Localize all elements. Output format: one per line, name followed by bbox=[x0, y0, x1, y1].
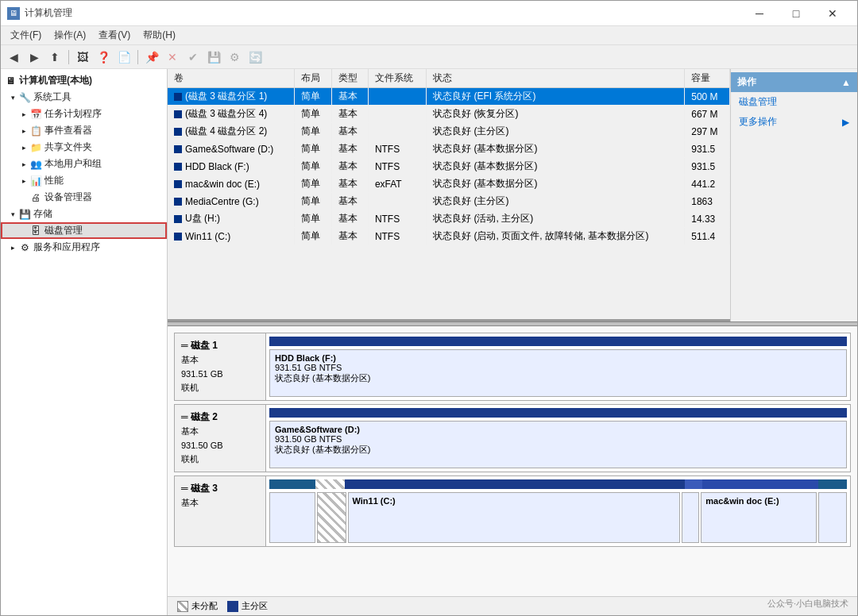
disk-3-block-row: Win11 (C:) mac&win doc (E:) bbox=[269, 492, 847, 543]
table-row[interactable]: HDD Black (F:) 简单 基本 NTFS 状态良好 (基本数据分区) … bbox=[168, 158, 730, 175]
col-header-type[interactable]: 类型 bbox=[331, 69, 368, 88]
help-button[interactable]: ❓ bbox=[94, 48, 113, 66]
disk-table-pane: 卷 布局 类型 文件系统 状态 容量 (磁盘 3 磁盘分区 1) 简单 bbox=[168, 69, 730, 321]
cell-vol: mac&win doc (E:) bbox=[168, 175, 295, 193]
disk-1-partition-block[interactable]: HDD Black (F:) 931.51 GB NTFS 状态良好 (基本数据… bbox=[269, 349, 847, 397]
window-icon: 🖥 bbox=[7, 7, 20, 20]
table-row[interactable]: Win11 (C:) 简单 基本 NTFS 状态良好 (启动, 页面文件, 故障… bbox=[168, 228, 730, 245]
cell-size: 931.5 bbox=[685, 141, 730, 158]
sidebar-item-task-scheduler[interactable]: ▸ 📅 任务计划程序 bbox=[1, 106, 167, 122]
cell-vol: HDD Black (F:) bbox=[168, 158, 295, 175]
watermark: 公众号·小白电脑技术 bbox=[767, 598, 848, 610]
cell-vol: MediaCentre (G:) bbox=[168, 193, 295, 210]
menu-action[interactable]: 操作(A) bbox=[48, 27, 92, 44]
maximize-button[interactable]: □ bbox=[778, 1, 814, 26]
folder-icon: 📁 bbox=[29, 141, 42, 154]
check-button[interactable]: ✔ bbox=[184, 48, 203, 66]
window-controls: ─ □ ✕ bbox=[741, 1, 851, 26]
sidebar-item-performance[interactable]: ▸ 📊 性能 bbox=[1, 172, 167, 189]
sidebar-item-shared-folders[interactable]: ▸ 📁 共享文件夹 bbox=[1, 139, 167, 156]
collapse-icon[interactable]: ▲ bbox=[841, 77, 851, 88]
cell-type: 基本 bbox=[331, 210, 368, 228]
refresh-button[interactable]: 🔄 bbox=[245, 48, 265, 66]
cell-fs bbox=[368, 193, 426, 210]
disk-3-bar-seg2 bbox=[315, 479, 344, 489]
cell-size: 441.2 bbox=[685, 175, 730, 193]
table-row[interactable]: MediaCentre (G:) 简单 基本 状态良好 (主分区) 1863 bbox=[168, 193, 730, 210]
cell-fs: NTFS bbox=[368, 158, 426, 175]
menu-view[interactable]: 查看(V) bbox=[92, 27, 137, 44]
table-row[interactable]: (磁盘 4 磁盘分区 2) 简单 基本 状态良好 (主分区) 297 M bbox=[168, 123, 730, 141]
legend-unallocated: 未分配 bbox=[177, 600, 218, 612]
col-header-status[interactable]: 状态 bbox=[427, 69, 685, 88]
cell-vol: (磁盘 3 磁盘分区 1) bbox=[168, 88, 295, 106]
chevron-right-icon: ▸ bbox=[18, 109, 29, 120]
sidebar-item-services[interactable]: ▸ ⚙ 服务和应用程序 bbox=[1, 239, 167, 256]
cell-layout: 简单 bbox=[295, 175, 331, 193]
menu-file[interactable]: 文件(F) bbox=[4, 27, 48, 44]
menu-help[interactable]: 帮助(H) bbox=[137, 27, 182, 44]
users-icon: 👥 bbox=[29, 158, 42, 171]
legend-bar: 未分配 主分区 bbox=[168, 596, 857, 615]
save-button[interactable]: 💾 bbox=[204, 48, 223, 66]
action-more[interactable]: 更多操作 ▶ bbox=[731, 112, 857, 132]
delete-button[interactable]: ✕ bbox=[163, 48, 182, 66]
perf-icon: 📊 bbox=[29, 175, 42, 187]
export-button[interactable]: 📄 bbox=[114, 48, 133, 66]
cell-fs: exFAT bbox=[368, 175, 426, 193]
cell-vol: U盘 (H:) bbox=[168, 210, 295, 228]
minimize-button[interactable]: ─ bbox=[741, 1, 778, 26]
forward-button[interactable]: ▶ bbox=[25, 48, 44, 66]
cell-size: 511.4 bbox=[685, 228, 730, 245]
properties-button[interactable]: ⚙ bbox=[225, 48, 244, 66]
back-button[interactable]: ◀ bbox=[4, 48, 23, 66]
table-row[interactable]: (磁盘 3 磁盘分区 1) 简单 基本 状态良好 (EFI 系统分区) 500 … bbox=[168, 88, 730, 106]
title-bar: 🖥 计算机管理 ─ □ ✕ bbox=[1, 1, 857, 26]
col-header-layout[interactable]: 布局 bbox=[295, 69, 331, 88]
disk-3-macdoc-block[interactable]: mac&win doc (E:) bbox=[701, 492, 816, 543]
cell-layout: 简单 bbox=[295, 106, 331, 123]
chevron-right-icon: ▸ bbox=[18, 159, 29, 170]
disk-3-p2[interactable] bbox=[317, 492, 346, 543]
sidebar-item-storage[interactable]: ▾ 💾 存储 bbox=[1, 206, 167, 222]
disk-2-partition-block[interactable]: Game&Software (D:) 931.50 GB NTFS 状态良好 (… bbox=[269, 421, 847, 468]
up-button[interactable]: ⬆ bbox=[45, 48, 64, 66]
pin-button[interactable]: 📌 bbox=[142, 48, 161, 66]
disk-2-partition-size: 931.50 GB NTFS bbox=[275, 434, 841, 444]
cell-size: 931.5 bbox=[685, 158, 730, 175]
table-row[interactable]: U盘 (H:) 简单 基本 NTFS 状态良好 (活动, 主分区) 14.33 bbox=[168, 210, 730, 228]
cell-layout: 简单 bbox=[295, 123, 331, 141]
table-row[interactable]: (磁盘 3 磁盘分区 4) 简单 基本 状态良好 (恢复分区) 667 M bbox=[168, 106, 730, 123]
action-disk-management[interactable]: 磁盘管理 bbox=[731, 92, 857, 112]
cell-type: 基本 bbox=[331, 106, 368, 123]
device-icon: 🖨 bbox=[29, 191, 42, 204]
cell-status: 状态良好 (活动, 主分区) bbox=[427, 210, 685, 228]
cell-status: 状态良好 (基本数据分区) bbox=[427, 175, 685, 193]
sidebar: 🖥 计算机管理(本地) ▾ 🔧 系统工具 ▸ 📅 任务计划程序 ▸ 📋 事件查看… bbox=[1, 69, 168, 615]
table-row[interactable]: mac&win doc (E:) 简单 基本 exFAT 状态良好 (基本数据分… bbox=[168, 175, 730, 193]
sidebar-item-disk-management[interactable]: ▸ 🗄 磁盘管理 bbox=[1, 222, 167, 239]
disk-3-win11-block[interactable]: Win11 (C:) bbox=[348, 492, 681, 543]
sidebar-item-device-manager[interactable]: ▸ 🖨 设备管理器 bbox=[1, 189, 167, 206]
close-button[interactable]: ✕ bbox=[814, 1, 851, 26]
disk-2-label: ═ 磁盘 2 基本 931.50 GB 联机 bbox=[175, 405, 266, 472]
sidebar-item-event-viewer[interactable]: ▸ 📋 事件查看器 bbox=[1, 122, 167, 139]
col-header-fs[interactable]: 文件系统 bbox=[368, 69, 426, 88]
chevron-right-icon: ▸ bbox=[7, 242, 18, 253]
sidebar-root[interactable]: 🖥 计算机管理(本地) bbox=[1, 72, 167, 89]
col-header-size[interactable]: 容量 bbox=[685, 69, 730, 88]
table-row[interactable]: Game&Software (D:) 简单 基本 NTFS 状态良好 (基本数据… bbox=[168, 141, 730, 158]
sidebar-item-system-tools[interactable]: ▾ 🔧 系统工具 bbox=[1, 89, 167, 106]
disk-3-p1[interactable] bbox=[269, 492, 315, 543]
show-hide-button[interactable]: 🖼 bbox=[73, 48, 92, 66]
sidebar-item-local-users[interactable]: ▸ 👥 本地用户和组 bbox=[1, 156, 167, 172]
cell-type: 基本 bbox=[331, 123, 368, 141]
title-bar-left: 🖥 计算机管理 bbox=[7, 6, 72, 20]
disk-row-2: ═ 磁盘 2 基本 931.50 GB 联机 Game&Software (D:… bbox=[174, 404, 851, 472]
disk-3-bar-seg4 bbox=[685, 479, 702, 489]
col-header-vol[interactable]: 卷 bbox=[168, 69, 295, 88]
chevron-right-icon: ▶ bbox=[842, 117, 849, 128]
cell-layout: 简单 bbox=[295, 141, 331, 158]
disk-3-p4[interactable] bbox=[682, 492, 699, 543]
disk-3-p6[interactable] bbox=[818, 492, 847, 543]
